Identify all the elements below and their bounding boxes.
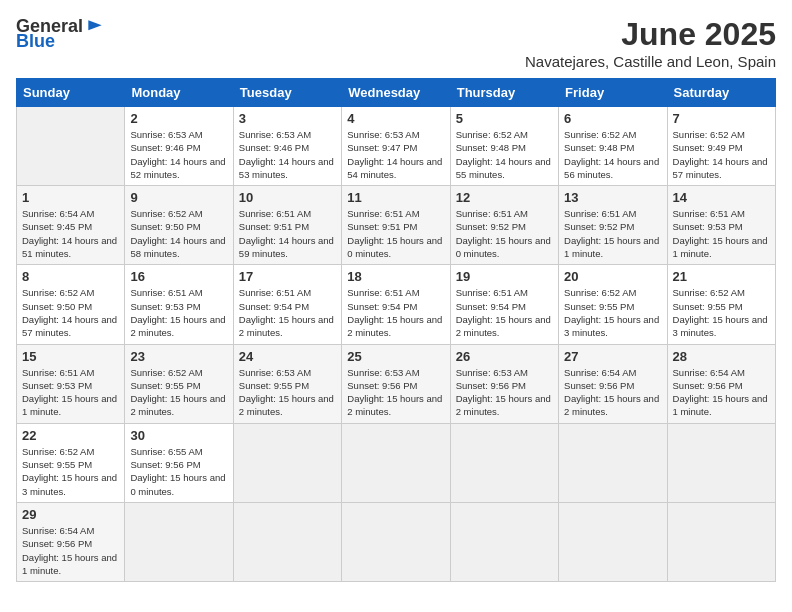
sunset-label: Sunset: 9:55 PM [130, 380, 200, 391]
header-wednesday: Wednesday [342, 79, 450, 107]
title-area: June 2025 Navatejares, Castille and Leon… [525, 16, 776, 70]
header-row: Sunday Monday Tuesday Wednesday Thursday… [17, 79, 776, 107]
logo: General Blue [16, 16, 105, 52]
day-info: Sunrise: 6:52 AM Sunset: 9:55 PM Dayligh… [673, 286, 770, 339]
daylight-label: Daylight: 15 hours and 1 minute. [673, 235, 768, 259]
sunrise-label: Sunrise: 6:53 AM [239, 129, 311, 140]
sunset-label: Sunset: 9:52 PM [564, 221, 634, 232]
table-row: 25 Sunrise: 6:53 AM Sunset: 9:56 PM Dayl… [342, 344, 450, 423]
sunrise-label: Sunrise: 6:51 AM [239, 287, 311, 298]
daylight-label: Daylight: 15 hours and 1 minute. [673, 393, 768, 417]
sunrise-label: Sunrise: 6:54 AM [673, 367, 745, 378]
sunrise-label: Sunrise: 6:52 AM [130, 367, 202, 378]
day-info: Sunrise: 6:53 AM Sunset: 9:46 PM Dayligh… [130, 128, 227, 181]
calendar-table: Sunday Monday Tuesday Wednesday Thursday… [16, 78, 776, 582]
day-info: Sunrise: 6:54 AM Sunset: 9:56 PM Dayligh… [22, 524, 119, 577]
day-info: Sunrise: 6:52 AM Sunset: 9:49 PM Dayligh… [673, 128, 770, 181]
sunset-label: Sunset: 9:53 PM [130, 301, 200, 312]
day-number: 25 [347, 349, 444, 364]
sunrise-label: Sunrise: 6:51 AM [456, 287, 528, 298]
logo-text-blue: Blue [16, 31, 55, 52]
table-row: 19 Sunrise: 6:51 AM Sunset: 9:54 PM Dayl… [450, 265, 558, 344]
sunset-label: Sunset: 9:55 PM [673, 301, 743, 312]
daylight-label: Daylight: 15 hours and 2 minutes. [564, 393, 659, 417]
day-number: 2 [130, 111, 227, 126]
sunset-label: Sunset: 9:56 PM [564, 380, 634, 391]
day-number: 9 [130, 190, 227, 205]
day-number: 22 [22, 428, 119, 443]
table-row [667, 502, 775, 581]
sunset-label: Sunset: 9:51 PM [239, 221, 309, 232]
day-info: Sunrise: 6:52 AM Sunset: 9:55 PM Dayligh… [130, 366, 227, 419]
table-row: 10 Sunrise: 6:51 AM Sunset: 9:51 PM Dayl… [233, 186, 341, 265]
daylight-label: Daylight: 15 hours and 1 minute. [564, 235, 659, 259]
table-row [450, 502, 558, 581]
day-number: 21 [673, 269, 770, 284]
day-number: 8 [22, 269, 119, 284]
day-info: Sunrise: 6:52 AM Sunset: 9:48 PM Dayligh… [564, 128, 661, 181]
day-number: 15 [22, 349, 119, 364]
day-number: 3 [239, 111, 336, 126]
header-saturday: Saturday [667, 79, 775, 107]
sunrise-label: Sunrise: 6:53 AM [347, 367, 419, 378]
day-info: Sunrise: 6:51 AM Sunset: 9:52 PM Dayligh… [564, 207, 661, 260]
day-info: Sunrise: 6:51 AM Sunset: 9:54 PM Dayligh… [456, 286, 553, 339]
table-row [559, 502, 667, 581]
day-info: Sunrise: 6:54 AM Sunset: 9:56 PM Dayligh… [673, 366, 770, 419]
day-number: 23 [130, 349, 227, 364]
sunrise-label: Sunrise: 6:51 AM [239, 208, 311, 219]
daylight-label: Daylight: 14 hours and 56 minutes. [564, 156, 659, 180]
sunrise-label: Sunrise: 6:52 AM [22, 287, 94, 298]
table-row: 14 Sunrise: 6:51 AM Sunset: 9:53 PM Dayl… [667, 186, 775, 265]
day-info: Sunrise: 6:52 AM Sunset: 9:55 PM Dayligh… [564, 286, 661, 339]
calendar-row: 1 Sunrise: 6:54 AM Sunset: 9:45 PM Dayli… [17, 186, 776, 265]
daylight-label: Daylight: 15 hours and 1 minute. [22, 393, 117, 417]
table-row: 3 Sunrise: 6:53 AM Sunset: 9:46 PM Dayli… [233, 107, 341, 186]
sunset-label: Sunset: 9:56 PM [22, 538, 92, 549]
table-row: 18 Sunrise: 6:51 AM Sunset: 9:54 PM Dayl… [342, 265, 450, 344]
day-info: Sunrise: 6:55 AM Sunset: 9:56 PM Dayligh… [130, 445, 227, 498]
day-info: Sunrise: 6:51 AM Sunset: 9:52 PM Dayligh… [456, 207, 553, 260]
daylight-label: Daylight: 14 hours and 59 minutes. [239, 235, 334, 259]
sunset-label: Sunset: 9:53 PM [673, 221, 743, 232]
sunrise-label: Sunrise: 6:51 AM [130, 287, 202, 298]
day-number: 26 [456, 349, 553, 364]
table-row: 16 Sunrise: 6:51 AM Sunset: 9:53 PM Dayl… [125, 265, 233, 344]
day-number: 28 [673, 349, 770, 364]
table-row: 28 Sunrise: 6:54 AM Sunset: 9:56 PM Dayl… [667, 344, 775, 423]
sunrise-label: Sunrise: 6:54 AM [22, 525, 94, 536]
svg-marker-0 [88, 20, 101, 30]
sunset-label: Sunset: 9:47 PM [347, 142, 417, 153]
table-row [667, 423, 775, 502]
daylight-label: Daylight: 15 hours and 3 minutes. [673, 314, 768, 338]
table-row: 6 Sunrise: 6:52 AM Sunset: 9:48 PM Dayli… [559, 107, 667, 186]
day-info: Sunrise: 6:53 AM Sunset: 9:46 PM Dayligh… [239, 128, 336, 181]
table-row: 26 Sunrise: 6:53 AM Sunset: 9:56 PM Dayl… [450, 344, 558, 423]
table-row [342, 423, 450, 502]
sunrise-label: Sunrise: 6:51 AM [347, 208, 419, 219]
header-friday: Friday [559, 79, 667, 107]
sunrise-label: Sunrise: 6:51 AM [456, 208, 528, 219]
sunrise-label: Sunrise: 6:51 AM [22, 367, 94, 378]
daylight-label: Daylight: 15 hours and 1 minute. [22, 552, 117, 576]
sunrise-label: Sunrise: 6:52 AM [564, 287, 636, 298]
sunset-label: Sunset: 9:54 PM [347, 301, 417, 312]
table-row: 24 Sunrise: 6:53 AM Sunset: 9:55 PM Dayl… [233, 344, 341, 423]
table-row: 9 Sunrise: 6:52 AM Sunset: 9:50 PM Dayli… [125, 186, 233, 265]
day-info: Sunrise: 6:52 AM Sunset: 9:50 PM Dayligh… [130, 207, 227, 260]
sunset-label: Sunset: 9:46 PM [130, 142, 200, 153]
day-info: Sunrise: 6:53 AM Sunset: 9:56 PM Dayligh… [456, 366, 553, 419]
daylight-label: Daylight: 14 hours and 58 minutes. [130, 235, 225, 259]
day-number: 1 [22, 190, 119, 205]
table-row: 20 Sunrise: 6:52 AM Sunset: 9:55 PM Dayl… [559, 265, 667, 344]
sunset-label: Sunset: 9:45 PM [22, 221, 92, 232]
table-row [233, 502, 341, 581]
sunrise-label: Sunrise: 6:54 AM [564, 367, 636, 378]
table-row: 7 Sunrise: 6:52 AM Sunset: 9:49 PM Dayli… [667, 107, 775, 186]
table-row: 2 Sunrise: 6:53 AM Sunset: 9:46 PM Dayli… [125, 107, 233, 186]
table-row: 12 Sunrise: 6:51 AM Sunset: 9:52 PM Dayl… [450, 186, 558, 265]
header-sunday: Sunday [17, 79, 125, 107]
sunset-label: Sunset: 9:55 PM [239, 380, 309, 391]
sunset-label: Sunset: 9:48 PM [456, 142, 526, 153]
sunset-label: Sunset: 9:50 PM [130, 221, 200, 232]
